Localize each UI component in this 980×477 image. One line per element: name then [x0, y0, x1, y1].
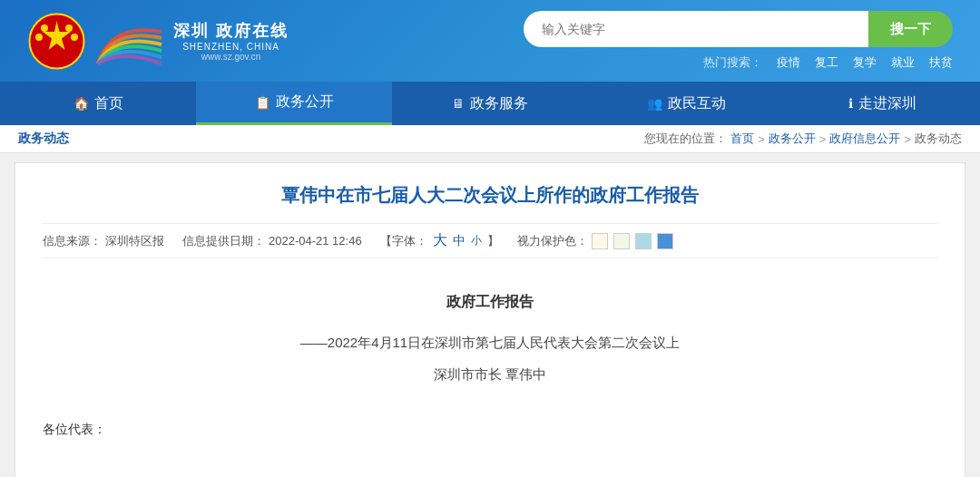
svg-point-2 — [41, 24, 48, 32]
logo-url: www.sz.gov.cn — [201, 52, 260, 62]
nav-about-sz[interactable]: ℹ 走进深圳 — [784, 82, 980, 125]
font-label: 【字体： — [380, 233, 427, 249]
breadcrumb-current: 政务动态 — [915, 131, 962, 147]
date-item: 信息提供日期： 2022-04-21 12:46 — [182, 233, 362, 249]
color-swatches — [592, 233, 673, 249]
search-button[interactable]: 搜一下 — [868, 11, 953, 47]
rainbow-wing-icon — [93, 18, 166, 63]
font-large-btn[interactable]: 大 — [433, 231, 447, 250]
date-value: 2022-04-21 12:46 — [269, 234, 362, 248]
svg-point-3 — [65, 24, 73, 32]
content-area: 覃伟中在市七届人大二次会议上所作的政府工作报告 信息来源： 深圳特区报 信息提供… — [15, 162, 965, 477]
breadcrumb-bar: 政务动态 您现在的位置： 首页 > 政务公开 > 政府信息公开 > 政务动态 — [0, 125, 980, 153]
search-area: 搜一下 热门搜索： 疫情 复工 复学 就业 扶贫 — [524, 11, 953, 71]
sep2: > — [819, 132, 827, 146]
search-input[interactable] — [524, 11, 868, 47]
sep1: > — [758, 132, 765, 146]
vision-item: 视力保护色： — [517, 233, 673, 249]
nav-gov-open[interactable]: 📋 政务公开 — [196, 82, 392, 125]
hot-label: 热门搜索： — [703, 54, 762, 71]
svg-point-4 — [71, 34, 78, 41]
logo-cn: 深圳 政府在线 — [173, 20, 289, 42]
nav-gov-open-label: 政务公开 — [276, 92, 334, 112]
nav-about-sz-label: 走进深圳 — [858, 94, 916, 113]
logo-en: SHENZHEN, CHINA — [182, 42, 279, 52]
logo-text: 深圳 政府在线 SHENZHEN, CHINA www.sz.gov.cn — [173, 20, 289, 62]
breadcrumb-nav: 您现在的位置： 首页 > 政务公开 > 政府信息公开 > 政务动态 — [644, 131, 962, 147]
svg-point-5 — [35, 34, 43, 41]
swatch-0[interactable] — [592, 233, 608, 249]
article-title: 覃伟中在市七届人大二次会议上所作的政府工作报告 — [43, 181, 937, 209]
nav-gov-service-label: 政务服务 — [470, 94, 528, 113]
home-icon: 🏠 — [74, 96, 89, 111]
article-subtitle: 政府工作报告 — [43, 289, 937, 316]
font-close: 】 — [487, 233, 499, 249]
article-body: 政府工作报告 ——2022年4月11日在深圳市第七届人民代表大会第二次会议上 深… — [43, 280, 937, 450]
source-value: 深圳特区报 — [105, 233, 164, 249]
about-sz-icon: ℹ — [848, 96, 853, 111]
location-label: 您现在的位置： — [644, 131, 727, 147]
hot-tag-1[interactable]: 复工 — [815, 54, 838, 71]
swatch-2[interactable] — [635, 233, 652, 249]
gov-service-icon: 🖥 — [452, 96, 465, 111]
vision-label: 视力保护色： — [517, 233, 588, 249]
hot-tag-0[interactable]: 疫情 — [777, 54, 800, 71]
font-small-btn[interactable]: 小 — [471, 233, 482, 248]
nav-home[interactable]: 🏠 首页 — [0, 82, 196, 125]
nav-citizen[interactable]: 👥 政民互动 — [588, 82, 784, 125]
meta-bar: 信息来源： 深圳特区报 信息提供日期： 2022-04-21 12:46 【字体… — [43, 223, 937, 258]
nav-bar: 🏠 首页 📋 政务公开 🖥 政务服务 👥 政民互动 ℹ 走进深圳 — [0, 82, 980, 125]
logo-area: 深圳 政府在线 SHENZHEN, CHINA www.sz.gov.cn — [27, 12, 289, 71]
source-item: 信息来源： 深圳特区报 — [43, 233, 164, 249]
article-section-label: 各位代表： — [43, 418, 937, 441]
hot-tag-2[interactable]: 复学 — [853, 54, 877, 71]
section-title: 政务动态 — [18, 131, 69, 147]
hot-tag-3[interactable]: 就业 — [891, 54, 915, 71]
citizen-icon: 👥 — [647, 96, 662, 111]
nav-gov-service[interactable]: 🖥 政务服务 — [392, 82, 588, 125]
sep3: > — [904, 132, 911, 146]
font-controls: 【字体： 大 中 小 】 — [380, 231, 499, 250]
swatch-1[interactable] — [613, 233, 630, 249]
article-line2: 深圳市市长 覃伟中 — [43, 362, 937, 386]
swatch-3[interactable] — [657, 233, 673, 249]
source-label: 信息来源： — [43, 233, 102, 249]
nav-citizen-label: 政民互动 — [668, 94, 726, 113]
hot-search: 热门搜索： 疫情 复工 复学 就业 扶贫 — [703, 54, 953, 71]
breadcrumb-gov-info[interactable]: 政府信息公开 — [829, 131, 900, 147]
breadcrumb-home[interactable]: 首页 — [730, 131, 754, 147]
gov-open-icon: 📋 — [255, 95, 270, 110]
header: 深圳 政府在线 SHENZHEN, CHINA www.sz.gov.cn 搜一… — [0, 0, 980, 82]
date-label: 信息提供日期： — [182, 233, 265, 249]
breadcrumb-gov-open[interactable]: 政务公开 — [769, 131, 816, 147]
logo-emblem — [27, 12, 86, 71]
font-medium-btn[interactable]: 中 — [453, 233, 466, 249]
article-line1: ——2022年4月11日在深圳市第七届人民代表大会第二次会议上 — [43, 330, 937, 355]
search-bar: 搜一下 — [524, 11, 953, 47]
hot-tag-4[interactable]: 扶贫 — [929, 54, 953, 71]
nav-home-label: 首页 — [94, 94, 123, 113]
